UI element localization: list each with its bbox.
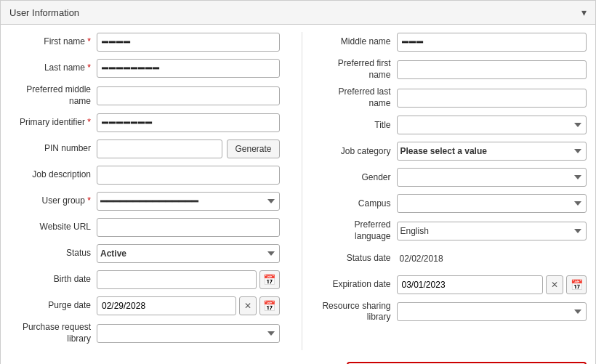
primary-id-label: Primary identifier *: [9, 117, 97, 129]
last-name-label: Last name *: [9, 62, 97, 74]
preferred-first-row: Preferred first name: [317, 58, 587, 81]
pin-input-group: Generate: [97, 139, 280, 158]
preferred-last-label: Preferred last name: [317, 86, 397, 109]
birth-date-input[interactable]: [97, 270, 257, 289]
job-desc-label: Job description: [9, 169, 97, 181]
title-row: Title: [317, 115, 587, 135]
preferred-middle-input[interactable]: [97, 86, 280, 105]
middle-name-input[interactable]: [397, 33, 587, 52]
right-column: Middle name Preferred first name Preferr…: [310, 32, 587, 350]
primary-id-input[interactable]: [97, 113, 280, 132]
status-select[interactable]: Active Inactive: [97, 244, 280, 263]
preferred-lang-select[interactable]: English: [397, 222, 587, 240]
expiration-date-input[interactable]: [397, 275, 544, 294]
purge-date-clear-button[interactable]: ✕: [239, 296, 257, 315]
purge-date-group: ✕ 📅: [97, 296, 280, 315]
job-category-row: Job category Please select a value: [317, 141, 587, 161]
resource-sharing-label: Resource sharing library: [317, 301, 397, 323]
collapse-icon[interactable]: ▾: [581, 7, 587, 18]
panel-body: First name * Last name * Preferred middl…: [1, 25, 595, 357]
preferred-lang-label: Preferred language: [317, 219, 397, 242]
middle-name-label: Middle name: [317, 36, 397, 48]
preferred-lang-row: Preferred language English: [317, 219, 587, 242]
resource-sharing-row: Resource sharing library: [317, 301, 587, 323]
birth-date-row: Birth date 📅: [9, 270, 280, 290]
title-select[interactable]: [397, 116, 587, 134]
preferred-last-input[interactable]: [397, 89, 587, 108]
expiration-date-clear-button[interactable]: ✕: [546, 275, 563, 294]
expiration-date-calendar-button[interactable]: 📅: [566, 275, 587, 294]
gender-row: Gender: [317, 167, 587, 187]
pin-input[interactable]: [97, 139, 222, 158]
preferred-middle-row: Preferred middle name: [9, 84, 280, 107]
pin-row: PIN number Generate: [9, 139, 280, 159]
first-name-row: First name *: [9, 32, 280, 52]
job-desc-row: Job description: [9, 165, 280, 185]
job-desc-input[interactable]: [97, 166, 280, 185]
user-information-panel: User Information ▾ First name * Last nam…: [0, 0, 596, 364]
first-name-input[interactable]: [97, 33, 280, 52]
expiration-date-group: ✕ 📅: [397, 275, 587, 294]
purchase-lib-select[interactable]: [97, 324, 280, 343]
resource-sharing-select[interactable]: [397, 302, 587, 321]
purge-date-label: Purge date: [9, 300, 97, 312]
primary-id-row: Primary identifier *: [9, 113, 280, 133]
expiration-date-row: Expiration date ✕ 📅: [317, 275, 587, 295]
purchase-lib-label: Purchase request library: [9, 322, 97, 344]
status-label: Status: [9, 248, 97, 259]
panel-bottom: Selected Patron Letters Send message Res…: [1, 357, 595, 364]
user-group-select[interactable]: ━━━━━━━━━━━━━━━: [97, 192, 280, 211]
campus-label: Campus: [317, 198, 397, 210]
status-row: Status Active Inactive: [9, 243, 280, 264]
website-input[interactable]: [97, 218, 280, 237]
generate-button[interactable]: Generate: [227, 139, 279, 158]
middle-name-row: Middle name: [317, 32, 587, 52]
gender-label: Gender: [317, 172, 397, 184]
status-date-value: 02/02/2018: [397, 254, 443, 264]
column-divider: [302, 32, 302, 350]
pin-label: PIN number: [9, 143, 97, 155]
preferred-first-input[interactable]: [397, 60, 587, 79]
last-name-row: Last name *: [9, 58, 280, 78]
last-name-input[interactable]: [97, 59, 280, 78]
campus-row: Campus: [317, 193, 587, 214]
preferred-middle-label: Preferred middle name: [9, 84, 97, 107]
preferred-last-row: Preferred last name: [317, 86, 587, 109]
birth-date-label: Birth date: [9, 274, 97, 286]
purge-date-row: Purge date ✕ 📅: [9, 296, 280, 316]
job-category-label: Job category: [317, 146, 397, 158]
job-category-select[interactable]: Please select a value: [397, 142, 587, 161]
campus-select[interactable]: [397, 194, 587, 213]
birth-date-calendar-button[interactable]: 📅: [259, 270, 280, 289]
user-group-label: User group *: [9, 195, 97, 207]
title-label: Title: [317, 120, 397, 132]
website-label: Website URL: [9, 222, 97, 233]
left-column: First name * Last name * Preferred middl…: [9, 32, 294, 350]
first-name-label: First name *: [9, 36, 97, 48]
status-date-label: Status date: [317, 253, 397, 264]
gender-select[interactable]: [397, 168, 587, 187]
purge-date-calendar-button[interactable]: 📅: [259, 296, 280, 315]
preferred-first-label: Preferred first name: [317, 58, 397, 81]
website-row: Website URL: [9, 217, 280, 238]
purchase-lib-row: Purchase request library: [9, 322, 280, 344]
status-date-row: Status date 02/02/2018: [317, 248, 587, 269]
expiration-date-label: Expiration date: [317, 279, 397, 291]
purge-date-input[interactable]: [97, 296, 236, 315]
panel-header: User Information ▾: [1, 1, 595, 25]
panel-title: User Information: [9, 7, 79, 18]
birth-date-group: 📅: [97, 270, 280, 289]
user-group-row: User group * ━━━━━━━━━━━━━━━: [9, 191, 280, 211]
